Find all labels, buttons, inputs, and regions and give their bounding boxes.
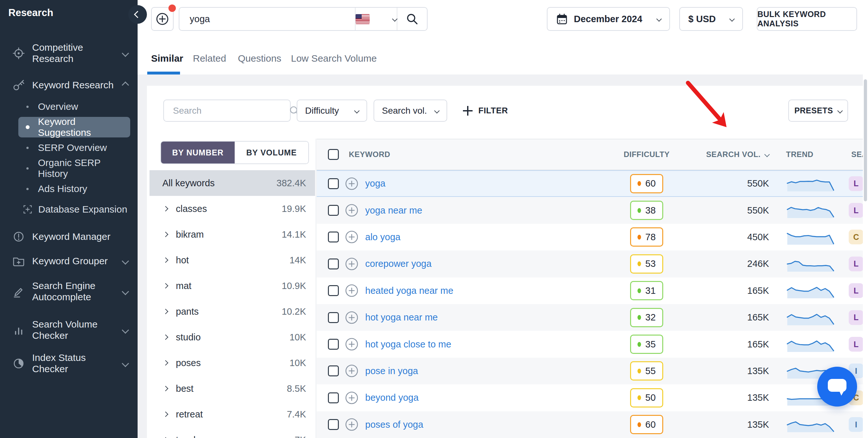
- keyword-link[interactable]: poses of yoga: [365, 419, 424, 430]
- scrollbar-thumb[interactable]: [864, 79, 867, 201]
- keyword-link[interactable]: yoga: [365, 178, 385, 189]
- sidebar-item-keyword-research[interactable]: Keyword Research: [0, 74, 137, 96]
- col-header-search-vol[interactable]: SEARCH VOL.: [690, 150, 778, 159]
- row-checkbox[interactable]: [328, 285, 339, 296]
- keyword-link[interactable]: pose in yoga: [365, 366, 418, 376]
- sidebar-subitem-database-expansion[interactable]: Database Expansion: [18, 199, 130, 220]
- group-count: 8.5K: [287, 383, 306, 394]
- add-keywords-button[interactable]: [151, 7, 174, 31]
- table-search-input[interactable]: [164, 106, 289, 116]
- keyword-group-classes[interactable]: classes19.9K: [150, 196, 315, 222]
- chevron-down-icon: [656, 16, 662, 22]
- toggle-by-volume[interactable]: BY VOLUME: [235, 142, 308, 163]
- sidebar-item-index-status-checker[interactable]: Index Status Checker: [0, 347, 137, 380]
- keyword-link[interactable]: hot yoga close to me: [365, 339, 452, 350]
- add-filter-button[interactable]: FILTER: [463, 100, 508, 122]
- col-header-difficulty[interactable]: DIFFICULTY: [603, 150, 690, 159]
- search-submit-button[interactable]: [397, 13, 427, 25]
- sidebar-item-search-volume-checker[interactable]: Search Volume Checker: [0, 313, 137, 347]
- keyword-group-retreat[interactable]: retreat7.4K: [150, 401, 315, 427]
- sidebar-item-label: Search Engine Autocomplete: [32, 280, 119, 303]
- add-to-list-icon[interactable]: [345, 391, 359, 405]
- toggle-by-number[interactable]: BY NUMBER: [161, 142, 235, 163]
- row-checkbox[interactable]: [328, 259, 339, 269]
- chevron-down-icon: [122, 288, 129, 296]
- add-to-list-icon[interactable]: [345, 203, 359, 217]
- keyword-search-input[interactable]: [179, 14, 355, 24]
- country-selector[interactable]: [355, 14, 397, 24]
- row-checkbox[interactable]: [328, 178, 339, 189]
- keyword-group-hot[interactable]: hot14K: [150, 247, 315, 273]
- sidebar-subitem-ads-history[interactable]: Ads History: [18, 178, 130, 199]
- keyword-group-teacher[interactable]: teacher7K: [150, 427, 315, 438]
- add-to-list-icon[interactable]: [345, 310, 359, 325]
- sidebar-subitem-overview[interactable]: Overview: [18, 96, 130, 117]
- tab-questions[interactable]: Questions: [238, 42, 281, 74]
- key-icon: [12, 79, 25, 92]
- sidebar-subitem-serp-overview[interactable]: SERP Overview: [18, 137, 130, 158]
- row-checkbox[interactable]: [328, 419, 339, 430]
- sidebar-item-label: Search Volume Checker: [32, 319, 119, 341]
- add-to-list-icon[interactable]: [345, 417, 359, 432]
- keyword-link[interactable]: alo yoga: [365, 232, 401, 242]
- difficulty-filter-dropdown[interactable]: Difficulty: [297, 100, 367, 122]
- keyword-group-bikram[interactable]: bikram14.1K: [150, 222, 315, 247]
- row-checkbox[interactable]: [328, 393, 339, 403]
- table-row-pose-in-yoga: pose in yoga 55 135K I: [317, 358, 868, 384]
- row-checkbox[interactable]: [328, 312, 339, 323]
- bulk-keyword-analysis-button[interactable]: BULK KEYWORD ANALYSIS: [757, 7, 857, 31]
- row-checkbox[interactable]: [328, 365, 339, 376]
- add-to-list-icon[interactable]: [345, 364, 359, 378]
- add-to-list-icon[interactable]: [345, 230, 359, 244]
- col-header-trend[interactable]: TREND: [778, 150, 846, 159]
- keyword-link[interactable]: heated yoga near me: [365, 285, 453, 296]
- group-all-keywords[interactable]: All keywords 382.4K: [150, 170, 315, 196]
- sidebar-collapse-button[interactable]: [128, 5, 147, 24]
- tab-similar[interactable]: Similar: [151, 42, 183, 74]
- chat-widget-button[interactable]: [817, 367, 857, 407]
- sidebar-item-search-engine-autocomplete[interactable]: Search Engine Autocomplete: [0, 275, 137, 308]
- add-to-list-icon[interactable]: [345, 283, 359, 298]
- add-to-list-icon[interactable]: [345, 337, 359, 351]
- keyword-link[interactable]: corepower yoga: [365, 259, 431, 269]
- keyword-group-pants[interactable]: pants10.2K: [150, 299, 315, 324]
- keyword-group-mat[interactable]: mat10.9K: [150, 273, 315, 299]
- presets-button[interactable]: PRESETS: [788, 100, 848, 122]
- row-checkbox[interactable]: [328, 232, 339, 242]
- sidebar-item-keyword-manager[interactable]: Keyword Manager: [0, 225, 137, 248]
- sidebar-subitem-label: SERP Overview: [38, 142, 107, 153]
- sidebar-item-keyword-grouper[interactable]: Keyword Grouper: [0, 249, 137, 273]
- group-label: studio: [176, 332, 200, 343]
- keyword-group-studio[interactable]: studio10K: [150, 324, 315, 350]
- sidebar-item-competitive-research[interactable]: Competitive Research: [0, 38, 137, 69]
- group-count: 7.4K: [287, 409, 306, 420]
- col-header-keyword[interactable]: KEYWORD: [349, 150, 390, 159]
- difficulty-badge: 32: [630, 308, 663, 327]
- difficulty-value: 32: [645, 312, 655, 323]
- row-checkbox[interactable]: [328, 339, 339, 350]
- select-all-checkbox[interactable]: [328, 149, 339, 160]
- tab-related[interactable]: Related: [193, 42, 226, 74]
- sidebar-subitem-organic-serp-history[interactable]: Organic SERP History: [18, 158, 130, 178]
- sidebar-subitem-label: Keyword Suggestions: [38, 116, 130, 138]
- keyword-group-best[interactable]: best8.5K: [150, 376, 315, 401]
- intent-letter: I: [855, 366, 858, 376]
- keyword-link[interactable]: beyond yoga: [365, 393, 418, 403]
- date-selector[interactable]: December 2024: [547, 7, 670, 31]
- search-intent-badge: C: [849, 230, 864, 244]
- group-count: 10.9K: [282, 281, 306, 291]
- scrollbar-track[interactable]: [863, 42, 868, 438]
- keyword-link[interactable]: yoga near me: [365, 205, 422, 216]
- active-tab-underline: [147, 72, 180, 74]
- trend-cell: [778, 229, 846, 245]
- row-checkbox[interactable]: [328, 205, 339, 216]
- add-to-list-icon[interactable]: [345, 177, 359, 191]
- add-to-list-icon[interactable]: [345, 257, 359, 271]
- keyword-group-poses[interactable]: poses10K: [150, 350, 315, 376]
- difficulty-dot-icon: [638, 289, 641, 293]
- keyword-link[interactable]: hot yoga near me: [365, 312, 438, 323]
- currency-selector[interactable]: $ USD: [679, 7, 743, 31]
- search-vol-filter-dropdown[interactable]: Search vol.: [374, 100, 447, 122]
- tab-low-search-volume[interactable]: Low Search Volume: [291, 42, 377, 74]
- sidebar-subitem-keyword-suggestions[interactable]: Keyword Suggestions: [18, 117, 130, 137]
